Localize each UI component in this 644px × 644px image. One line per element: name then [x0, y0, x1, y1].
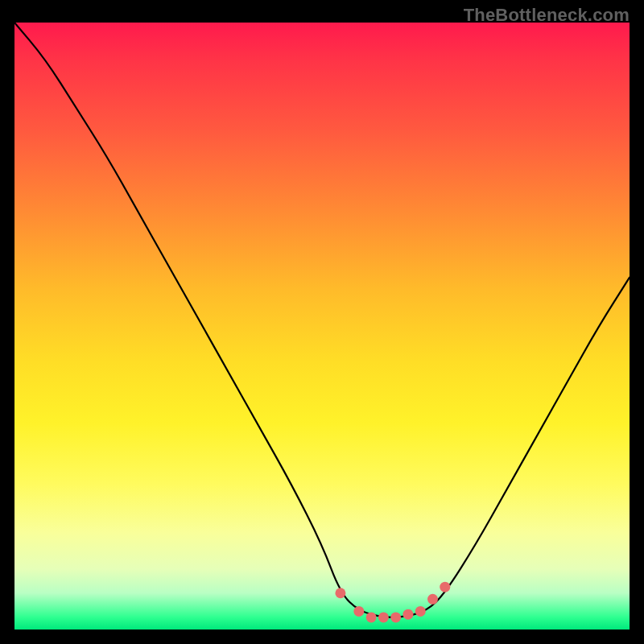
bottleneck-curve — [14, 23, 630, 630]
sweet-spot-marker — [390, 612, 401, 622]
watermark-text: TheBottleneck.com — [464, 5, 630, 26]
sweet-spot-marker — [402, 609, 413, 620]
sweet-spot-marker — [353, 606, 364, 617]
chart-area — [14, 23, 630, 630]
sweet-spot-marker — [415, 606, 426, 617]
sweet-spot-marker — [366, 612, 377, 622]
frame-left — [0, 0, 14, 644]
sweet-spot-marker — [378, 612, 389, 622]
frame-right — [630, 0, 644, 644]
frame-bottom — [0, 630, 644, 644]
sweet-spot-marker — [440, 582, 450, 592]
sweet-spot-marker — [335, 588, 345, 598]
sweet-spot-marker — [427, 594, 438, 605]
